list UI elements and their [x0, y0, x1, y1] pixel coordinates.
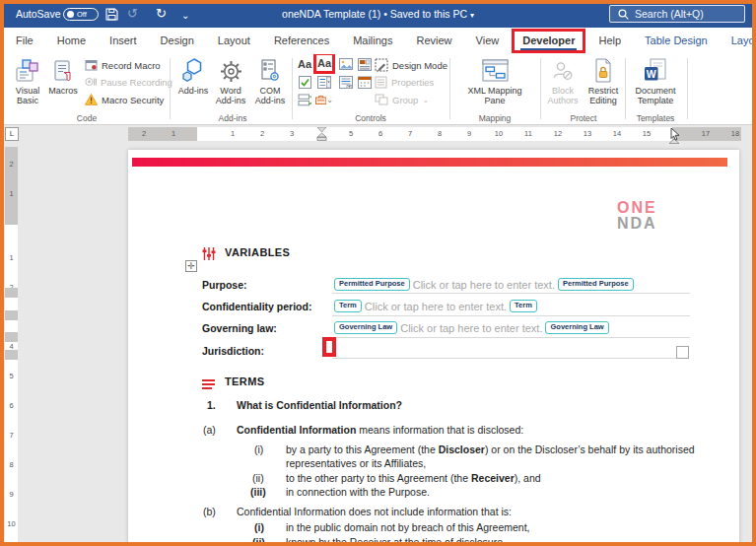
clause-roman: (ii) — [252, 536, 265, 546]
tab-developer-annotation-box[interactable]: Developer — [512, 29, 585, 53]
group-button[interactable]: Group ⌄ — [375, 93, 429, 106]
add-ins-icon — [180, 56, 206, 83]
tab-layout[interactable]: Layout — [206, 28, 262, 54]
confidentiality-period-content-control[interactable]: Term Click or tap here to enter text. Te… — [334, 299, 537, 313]
date-picker-content-control-button[interactable] — [356, 74, 374, 90]
variables-heading: VARIABLES — [225, 246, 290, 258]
content-control-placeholder[interactable]: Click or tap here to enter text. — [365, 301, 507, 312]
content-control-end-tag[interactable]: Permitted Purpose — [558, 278, 634, 291]
page-accent-bar — [132, 158, 727, 167]
tab-review[interactable]: Review — [405, 28, 464, 54]
macros-button[interactable]: Macros — [45, 56, 81, 96]
content-control-end-tag[interactable]: Term — [510, 300, 537, 312]
ribbon-tab-row: File Home Insert Design Layout Reference… — [4, 28, 752, 54]
tab-file[interactable]: File — [4, 28, 45, 54]
clause-roman: (iii) — [250, 486, 266, 500]
tab-help[interactable]: Help — [586, 28, 633, 54]
defined-term: Receiver — [471, 472, 515, 484]
table-gridline — [332, 315, 690, 316]
record-macro-label: Record Macro — [102, 60, 161, 71]
vertical-ruler: 2 1 1 2 3 4 5 6 7 8 9 10 — [5, 147, 18, 542]
ruler-number: 8 — [438, 130, 442, 138]
pause-recording-button[interactable]: Pause Recording — [85, 75, 172, 89]
record-macro-button[interactable]: Record Macro — [85, 58, 161, 72]
macro-security-button[interactable]: Macro Security — [85, 93, 164, 106]
rich-text-content-control-button[interactable]: Aa — [296, 56, 313, 72]
clause-a-i-text: by a party to this Agreement (the Disclo… — [286, 444, 696, 470]
document-template-button[interactable]: W Document Template — [631, 56, 680, 105]
table-move-handle[interactable]: ✛ — [185, 260, 197, 272]
combo-box-icon — [317, 76, 331, 89]
dropdown-list-content-control-button[interactable] — [337, 74, 355, 90]
ruler-number: 2 — [5, 161, 18, 169]
tab-layout-contextual[interactable]: Layout — [720, 28, 756, 54]
content-control-start-tag[interactable]: Term — [334, 300, 362, 312]
logo-line-two: NDA — [617, 216, 657, 232]
picture-content-control-button[interactable] — [337, 56, 355, 72]
tab-insert[interactable]: Insert — [98, 28, 149, 54]
building-block-gallery-control-button[interactable] — [356, 56, 374, 72]
group-separator — [625, 58, 626, 119]
mouse-cursor — [670, 127, 681, 146]
ruler-number: 18 — [731, 130, 739, 138]
group-separator — [449, 58, 450, 119]
tab-references[interactable]: References — [262, 28, 341, 54]
word-window: AutoSave Off ↺ ↻ ⌄ oneNDA Template (1) •… — [0, 0, 756, 546]
tab-view[interactable]: View — [464, 28, 512, 54]
properties-button[interactable]: Properties — [375, 75, 434, 89]
xml-mapping-pane-button[interactable]: XML Mapping Pane — [459, 56, 530, 105]
design-mode-button[interactable]: Design Mode — [375, 58, 447, 72]
repeating-section-content-control-button[interactable] — [296, 92, 313, 107]
ribbon: Visual Basic Macros Record Macro Pause R… — [0, 54, 756, 125]
content-control-start-tag[interactable]: Governing Law — [334, 321, 397, 334]
tab-developer[interactable]: Developer — [520, 32, 577, 50]
defined-term: Confidential Information — [237, 424, 356, 436]
restrict-editing-button[interactable]: Restrict Editing — [584, 56, 623, 105]
group-separator — [170, 58, 171, 119]
legacy-tools-button[interactable]: ⌄ — [315, 92, 333, 107]
confidentiality-period-label: Confidentiality period: — [202, 301, 311, 312]
com-add-ins-button[interactable]: COM Add-ins — [250, 56, 290, 105]
block-authors-button[interactable]: Block Authors — [543, 56, 583, 105]
group-separator — [292, 58, 293, 119]
purpose-content-control[interactable]: Permitted Purpose Click or tap here to e… — [334, 277, 634, 292]
controls-group-label: Controls — [355, 113, 386, 123]
content-control-end-tag[interactable]: Governing Law — [545, 321, 608, 334]
tab-design[interactable]: Design — [149, 28, 206, 54]
group-objects-icon — [375, 94, 388, 105]
ruler-number: 17 — [702, 130, 710, 138]
content-control-start-tag[interactable]: Permitted Purpose — [334, 278, 410, 291]
tab-table-design[interactable]: Table Design — [633, 28, 720, 54]
tab-selector-box[interactable]: L — [5, 127, 19, 141]
group-label: Group — [392, 95, 418, 105]
ruler-number: 13 — [584, 130, 591, 138]
clause-roman: (ii) — [252, 472, 264, 486]
terms-list-icon — [202, 376, 215, 394]
tab-home[interactable]: Home — [45, 28, 98, 54]
search-input[interactable]: Search (Alt+Q) — [609, 5, 745, 23]
clause-1-title: What is Confidential Information? — [237, 399, 402, 413]
plain-text-content-control-button[interactable]: Aa — [313, 52, 335, 74]
indent-marker-icon[interactable] — [316, 127, 327, 145]
title-dropdown-icon[interactable]: ▾ — [470, 11, 474, 20]
defined-term: Discloser — [439, 444, 485, 455]
ruler-number: 5 — [349, 130, 353, 138]
repeating-section-icon — [298, 94, 311, 106]
onenda-logo: ONE NDA — [617, 200, 657, 231]
table-gridline — [332, 337, 690, 338]
content-control-placeholder[interactable]: Click or tap here to enter text. — [400, 322, 542, 334]
tab-mailings[interactable]: Mailings — [341, 28, 404, 54]
ruler-number: 9 — [5, 491, 18, 499]
checkbox-content-control-button[interactable] — [296, 74, 313, 90]
checkbox-icon — [299, 76, 311, 89]
logo-line-one: ONE — [617, 200, 657, 216]
combo-box-content-control-button[interactable] — [315, 74, 333, 90]
content-control-placeholder[interactable]: Click or tap here to enter text. — [413, 279, 555, 291]
governing-law-content-control[interactable]: Governing Law Click or tap here to enter… — [334, 320, 609, 335]
ruler-row-segment — [5, 310, 18, 320]
clause-a-i-pre: by a party to this Agreement (the — [286, 444, 439, 455]
visual-basic-button[interactable]: Visual Basic — [8, 56, 47, 105]
add-ins-button[interactable]: Add-ins — [176, 56, 210, 96]
word-add-ins-button[interactable]: Word Add-ins — [211, 56, 250, 105]
jurisdiction-annotation-box — [322, 337, 336, 357]
